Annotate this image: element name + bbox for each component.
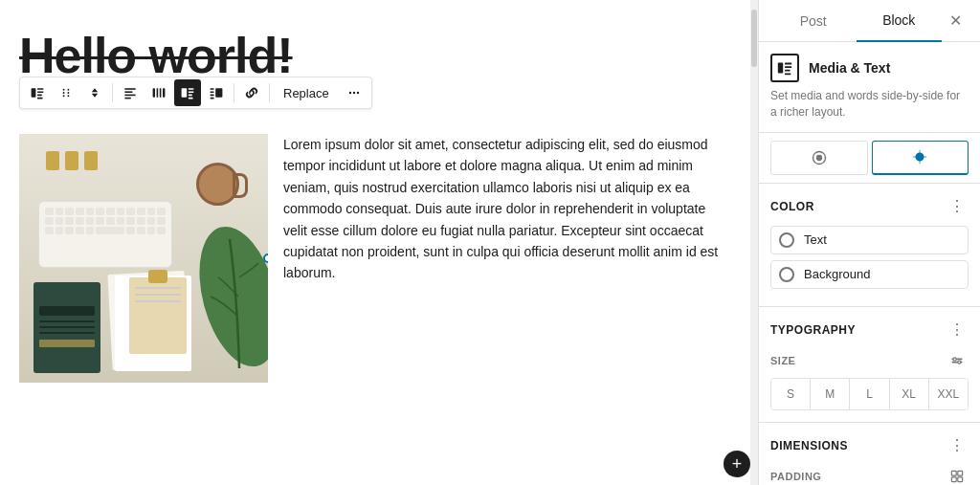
- color-background-option[interactable]: Background: [770, 260, 969, 289]
- svg-point-42: [953, 357, 956, 360]
- svg-rect-45: [958, 471, 963, 475]
- color-background-label: Background: [804, 267, 870, 281]
- svg-rect-27: [211, 95, 214, 97]
- sidebar-header: Post Block ✕: [759, 0, 980, 42]
- svg-rect-28: [211, 98, 214, 99]
- size-xxl[interactable]: XXL: [929, 379, 968, 409]
- toolbar-divider-3: [269, 83, 270, 102]
- coffee-cup: [196, 163, 239, 206]
- size-adjust-button[interactable]: [946, 349, 969, 372]
- svg-rect-24: [215, 88, 222, 98]
- dimensions-section: Dimensions ⋮ PADDING: [759, 423, 980, 485]
- typography-section-header: Typography ⋮: [770, 319, 969, 342]
- toolbar-drag[interactable]: [53, 79, 79, 106]
- svg-rect-0: [32, 88, 36, 98]
- toolbar-media-text-active[interactable]: [174, 79, 201, 106]
- svg-rect-14: [124, 98, 130, 99]
- toolbar-more-button[interactable]: [341, 79, 368, 106]
- body-text: Lorem ipsum dolor sit amet, consectetur …: [283, 134, 724, 284]
- settings-tab[interactable]: [770, 141, 868, 175]
- typography-more-button[interactable]: ⋮: [946, 319, 969, 342]
- text-content: Lorem ipsum dolor sit amet, consectetur …: [268, 134, 739, 383]
- color-section-title: Color: [770, 200, 814, 213]
- size-m[interactable]: M: [811, 379, 850, 409]
- svg-rect-18: [163, 88, 165, 98]
- svg-rect-20: [189, 88, 194, 90]
- resize-handle[interactable]: [263, 254, 268, 263]
- color-more-button[interactable]: ⋮: [946, 195, 969, 218]
- svg-point-7: [63, 92, 65, 94]
- toolbar-link[interactable]: [238, 79, 265, 106]
- padding-label-row: PADDING: [770, 465, 969, 485]
- svg-point-32: [186, 220, 268, 373]
- block-toolbar: Replace: [19, 77, 372, 109]
- svg-point-30: [353, 92, 355, 94]
- svg-rect-26: [211, 91, 214, 93]
- svg-point-9: [63, 95, 65, 97]
- toolbar-replace-button[interactable]: Replace: [274, 79, 339, 106]
- right-sidebar: Post Block ✕ Media & Text Set media and …: [758, 0, 980, 485]
- svg-point-5: [63, 89, 65, 91]
- size-xl[interactable]: XL: [890, 379, 929, 409]
- svg-rect-44: [951, 471, 956, 475]
- leaf: [182, 220, 268, 373]
- editor-area: Replace Hello world!: [0, 0, 758, 485]
- toolbar-text-right[interactable]: [203, 79, 230, 106]
- block-info-header: Media & Text: [770, 54, 969, 82]
- padding-label: PADDING: [770, 471, 821, 482]
- svg-point-43: [958, 361, 961, 364]
- svg-rect-22: [189, 95, 192, 97]
- block-name-label: Media & Text: [809, 60, 890, 76]
- svg-rect-16: [157, 88, 159, 98]
- tab-block[interactable]: Block: [857, 0, 943, 42]
- svg-point-8: [67, 92, 69, 94]
- svg-rect-34: [785, 63, 791, 65]
- color-background-radio: [779, 267, 794, 282]
- golden-bars: [46, 151, 98, 170]
- svg-rect-11: [124, 88, 135, 90]
- desk-scene: [19, 134, 268, 383]
- color-text-option[interactable]: Text: [770, 226, 969, 254]
- size-s[interactable]: S: [771, 379, 811, 409]
- toolbar-text-align-left[interactable]: [117, 79, 144, 106]
- style-tab[interactable]: [872, 141, 969, 175]
- svg-rect-2: [37, 91, 43, 93]
- dimensions-more-button[interactable]: ⋮: [946, 434, 969, 457]
- media-text-block: Lorem ipsum dolor sit amet, consectetur …: [19, 134, 739, 383]
- style-settings-tabs: [759, 133, 980, 184]
- clipboard: [129, 277, 187, 354]
- svg-rect-19: [182, 88, 188, 98]
- toolbar-arrows[interactable]: [81, 79, 108, 106]
- svg-rect-37: [785, 73, 791, 75]
- svg-point-6: [67, 89, 69, 91]
- svg-rect-1: [37, 88, 43, 90]
- svg-rect-35: [785, 66, 791, 68]
- block-icon: [770, 54, 799, 82]
- tab-post[interactable]: Post: [770, 0, 857, 42]
- block-info: Media & Text Set media and words side-by…: [759, 42, 980, 133]
- svg-rect-21: [189, 91, 194, 93]
- svg-rect-15: [153, 88, 155, 98]
- keyboard: [38, 201, 172, 268]
- svg-rect-33: [778, 63, 783, 74]
- svg-rect-4: [37, 98, 43, 99]
- color-text-radio: [779, 232, 794, 248]
- media-image[interactable]: [19, 134, 268, 383]
- size-l[interactable]: L: [850, 379, 889, 409]
- scrollbar-thumb: [751, 10, 757, 67]
- svg-rect-36: [785, 70, 790, 72]
- add-block-button[interactable]: +: [724, 451, 750, 477]
- scrollbar-track[interactable]: [750, 0, 758, 485]
- typography-section: Typography ⋮ SIZE S M L XL XXL: [759, 307, 980, 423]
- svg-rect-47: [958, 476, 963, 481]
- size-label-row: SIZE: [770, 349, 969, 372]
- toolbar-align-left[interactable]: [24, 79, 51, 106]
- color-section: Color ⋮ Text Background: [759, 184, 980, 307]
- toolbar-text-align-center[interactable]: [145, 79, 172, 106]
- color-text-label: Text: [804, 232, 827, 247]
- padding-linked-button[interactable]: [946, 465, 969, 485]
- color-section-header: Color ⋮: [770, 195, 969, 218]
- toolbar-divider-2: [234, 83, 234, 102]
- close-sidebar-button[interactable]: ✕: [942, 8, 969, 34]
- svg-rect-46: [951, 476, 956, 481]
